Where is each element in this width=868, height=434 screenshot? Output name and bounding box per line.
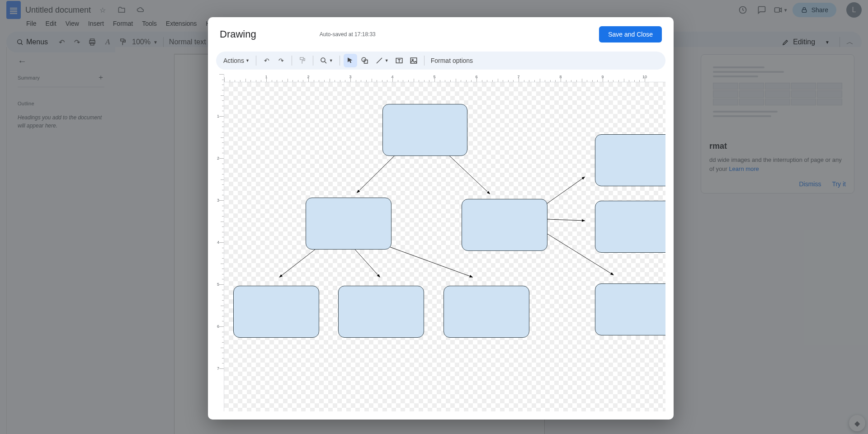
connector[interactable] bbox=[377, 242, 472, 277]
select-tool[interactable] bbox=[344, 54, 357, 67]
autosave-status: Auto-saved at 17:18:33 bbox=[320, 31, 376, 38]
paint-format-icon[interactable] bbox=[296, 54, 309, 67]
line-tool[interactable]: ▼ bbox=[373, 54, 392, 67]
zoom-tool[interactable]: ▼ bbox=[317, 54, 336, 67]
svg-point-9 bbox=[321, 58, 325, 62]
shape-n7[interactable] bbox=[338, 286, 424, 338]
shape-n8[interactable] bbox=[443, 286, 529, 338]
format-options-button[interactable]: Format options bbox=[428, 54, 476, 67]
shape-n4[interactable] bbox=[595, 134, 665, 186]
shape-n6[interactable] bbox=[233, 286, 319, 338]
actions-menu[interactable]: Actions▼ bbox=[221, 54, 252, 67]
shape-n5[interactable] bbox=[595, 201, 665, 253]
shape-n1[interactable] bbox=[382, 104, 467, 156]
textbox-tool[interactable] bbox=[392, 54, 406, 67]
shape-n3[interactable] bbox=[462, 199, 547, 251]
save-and-close-button[interactable]: Save and Close bbox=[599, 26, 662, 42]
shape-n9[interactable] bbox=[595, 283, 665, 335]
drawing-vertical-ruler: 1234567 bbox=[216, 74, 224, 411]
format-options-label: Format options bbox=[431, 57, 473, 64]
canvas-area: 1234567 12345678910 bbox=[208, 74, 674, 420]
dialog-title: Drawing bbox=[220, 28, 256, 40]
drawing-canvas[interactable] bbox=[224, 82, 665, 411]
redo-icon[interactable]: ↷ bbox=[274, 54, 288, 67]
dialog-header: Drawing Auto-saved at 17:18:33 Save and … bbox=[208, 17, 674, 49]
drawing-horizontal-ruler: 12345678910 bbox=[224, 74, 665, 82]
undo-icon[interactable]: ↶ bbox=[260, 54, 274, 67]
connector[interactable] bbox=[446, 153, 490, 194]
drawing-dialog: Drawing Auto-saved at 17:18:33 Save and … bbox=[208, 17, 674, 420]
svg-rect-13 bbox=[410, 58, 417, 63]
svg-rect-8 bbox=[300, 57, 304, 60]
drawing-toolbar: Actions▼ ↶ ↷ ▼ ▼ Format options bbox=[216, 52, 665, 70]
shape-n2[interactable] bbox=[306, 198, 392, 250]
shape-tool[interactable] bbox=[358, 54, 372, 67]
actions-label: Actions bbox=[223, 57, 244, 64]
connector[interactable] bbox=[357, 153, 398, 193]
image-tool[interactable] bbox=[407, 54, 420, 67]
